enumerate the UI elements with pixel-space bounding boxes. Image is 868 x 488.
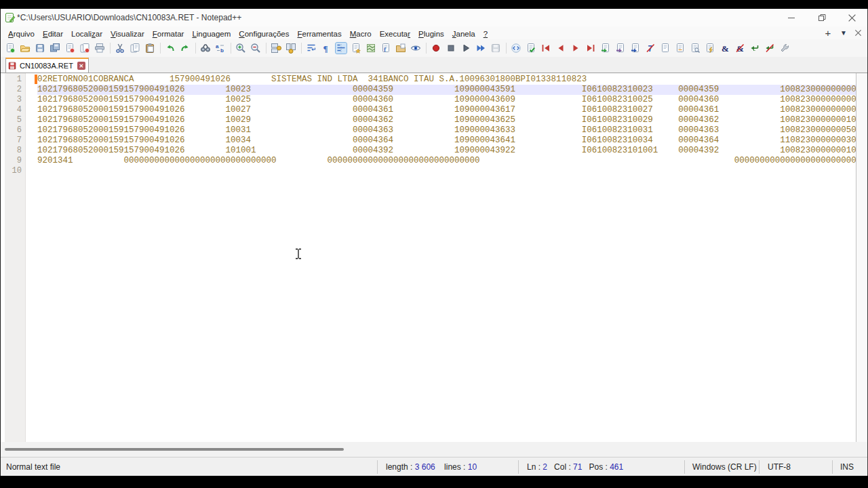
print-icon[interactable] — [94, 43, 105, 54]
menu-configuraes[interactable]: Configurações — [235, 30, 293, 38]
doc-search-icon[interactable] — [690, 43, 701, 54]
nav-first-icon[interactable] — [540, 43, 551, 54]
list-doc-icon[interactable] — [660, 43, 671, 54]
macro-stop-icon[interactable] — [446, 43, 456, 54]
line-number: 9 — [5, 156, 25, 166]
close-icon — [848, 14, 856, 22]
new-file-icon[interactable] — [5, 43, 16, 54]
folder-workspace-icon[interactable] — [395, 43, 406, 54]
unsaved-floppy-icon — [8, 62, 16, 70]
indent-guide-icon[interactable] — [336, 43, 347, 54]
word-wrap-icon[interactable] — [306, 43, 317, 54]
notepad-window: *C:\Users\USUARIO\Downloads\CN10083A.RET… — [0, 9, 868, 476]
code-line-1: 02RETORNO01COBRANCA 157900491026 SISTEMA… — [37, 75, 856, 85]
mouse-ibeam-cursor — [294, 248, 302, 260]
window-title: *C:\Users\USUARIO\Downloads\CN10083A.RET… — [17, 13, 241, 22]
menu-plugins[interactable]: Plugins — [414, 30, 448, 38]
horizontal-scrollbar[interactable] — [1, 442, 867, 457]
vertical-scrollbar[interactable] — [856, 73, 866, 442]
notepadpp-icon — [5, 12, 16, 23]
monitoring-icon[interactable] — [410, 43, 421, 54]
line-number: 1 — [5, 75, 25, 85]
list-doc2-icon[interactable] — [675, 43, 686, 54]
svg-text:¶: ¶ — [323, 43, 328, 54]
editor-area[interactable]: 12345678910 02RETORNO01COBRANCA 15790049… — [1, 73, 866, 442]
arrow-return-off-icon[interactable] — [764, 43, 775, 54]
text-content[interactable]: 02RETORNO01COBRANCA 157900491026 SISTEMA… — [37, 75, 856, 441]
arrow-return-icon[interactable] — [749, 43, 760, 54]
ampersand-icon[interactable]: & — [719, 43, 730, 54]
plus-icon: + — [825, 27, 831, 39]
zoom-out-icon[interactable] — [250, 43, 261, 54]
user-language-icon[interactable] — [351, 43, 361, 54]
nav-prev-icon[interactable] — [555, 43, 566, 54]
menu-ferramentas[interactable]: Ferramentas — [294, 30, 346, 38]
wrench-icon[interactable] — [779, 43, 790, 54]
doc-export-icon[interactable] — [615, 43, 626, 54]
menu-linguagem[interactable]: Linguagem — [188, 30, 235, 38]
code-line-7: 10217968052000159157900491026 10034 0000… — [37, 136, 856, 146]
encoding-status[interactable]: UTF-8 — [768, 462, 791, 472]
doc-check-icon[interactable] — [526, 43, 536, 54]
replace-icon[interactable]: ab — [215, 43, 226, 54]
close-button[interactable] — [840, 9, 863, 26]
doc-import-icon[interactable] — [600, 43, 611, 54]
menu-editar[interactable]: Editar — [39, 30, 67, 38]
function-list-icon[interactable]: f — [380, 43, 391, 54]
macro-play-icon[interactable] — [460, 43, 471, 54]
macro-record-icon[interactable] — [431, 43, 441, 54]
find-icon[interactable] — [200, 43, 211, 54]
copy-icon[interactable] — [130, 43, 140, 54]
doc-send-icon[interactable] — [630, 43, 641, 54]
tab-close-button[interactable]: ✕ — [77, 62, 85, 70]
menu-janela[interactable]: Janela — [448, 30, 479, 38]
macro-save-icon[interactable] — [490, 43, 501, 54]
mime-seven-icon[interactable]: 7 — [645, 43, 656, 54]
code-line-9: 9201341 000000000000000000000000000000 0… — [37, 156, 856, 166]
restore-icon — [818, 14, 826, 22]
menu-arquivo[interactable]: Arquivo — [4, 30, 39, 38]
menu-formatar[interactable]: Formatar — [149, 30, 189, 38]
tab-list-button[interactable]: ▼ — [837, 28, 850, 38]
nav-last-icon[interactable] — [585, 43, 596, 54]
insert-mode-status[interactable]: INS — [840, 462, 854, 472]
restore-button[interactable] — [810, 9, 833, 26]
paste-icon[interactable] — [144, 43, 155, 54]
menu-localizar[interactable]: Localizar — [67, 30, 106, 38]
menu-executar[interactable]: Executar — [376, 30, 414, 38]
minimize-button[interactable] — [780, 9, 803, 26]
menu-macro[interactable]: Macro — [346, 30, 376, 38]
menu-visualizar[interactable]: Visualizar — [106, 30, 149, 38]
show-all-characters-icon[interactable]: ¶ — [321, 43, 332, 54]
save-all-icon[interactable] — [50, 43, 60, 54]
sync-horizontal-icon[interactable] — [285, 43, 296, 54]
toolbar-separator — [231, 43, 231, 54]
code-tags-icon[interactable] — [511, 43, 521, 54]
undo-icon[interactable] — [165, 43, 176, 54]
new-tab-button[interactable]: + — [822, 28, 834, 38]
menu-?[interactable]: ? — [479, 30, 492, 38]
close-icon[interactable] — [64, 43, 75, 54]
tab-cn10083a[interactable]: CN10083A.RET ✕ — [5, 58, 89, 73]
code-line-6: 10217968052000159157900491026 10031 0000… — [37, 125, 856, 136]
line-number: 6 — [5, 125, 25, 136]
document-map-icon[interactable] — [366, 43, 376, 54]
open-icon[interactable] — [20, 43, 31, 54]
zoom-in-icon[interactable] — [235, 43, 246, 54]
close-all-icon[interactable] — [79, 43, 90, 54]
horizontal-scrollbar-thumb[interactable] — [5, 448, 344, 451]
ampersand-off-icon[interactable]: & — [734, 43, 745, 54]
eol-format-status[interactable]: Windows (CR LF) — [692, 462, 757, 472]
cut-icon[interactable] — [115, 43, 125, 54]
length-lines-status: length : 3 606 lines : 10 — [386, 462, 477, 472]
sync-vertical-icon[interactable] — [271, 43, 281, 54]
redo-icon[interactable] — [180, 43, 191, 54]
macro-run-multiple-icon[interactable] — [475, 43, 486, 54]
close-tab-button[interactable] — [852, 28, 864, 38]
line-number: 5 — [5, 115, 25, 125]
nav-next-icon[interactable] — [570, 43, 581, 54]
line-number-margin: 12345678910 — [5, 73, 26, 442]
save-icon[interactable] — [35, 43, 45, 54]
line-number: 3 — [5, 95, 25, 105]
doc-bolt-icon[interactable] — [705, 43, 715, 54]
